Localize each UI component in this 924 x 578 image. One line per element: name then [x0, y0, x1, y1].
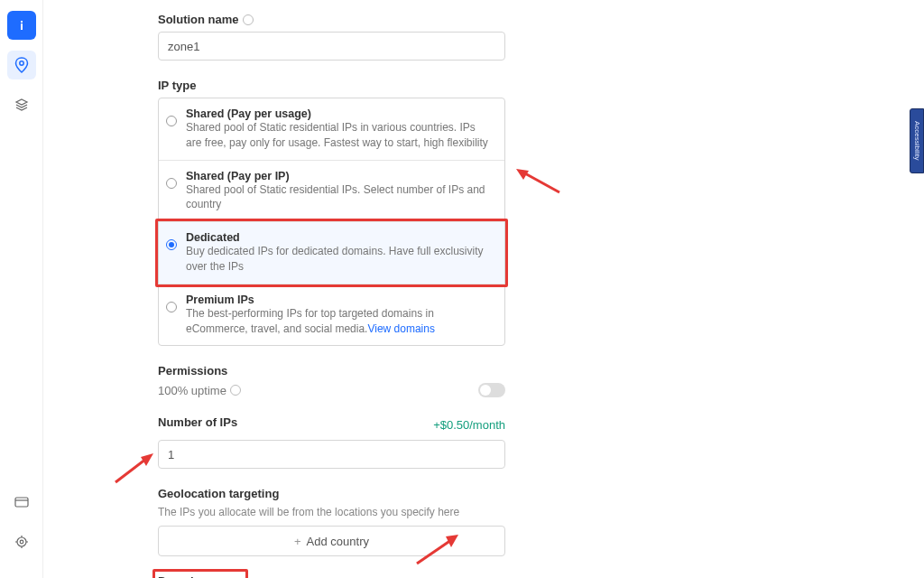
domains-label: Domains	[158, 574, 208, 578]
radio-icon	[166, 116, 177, 126]
stack-icon[interactable]	[7, 90, 36, 119]
billing-icon[interactable]	[7, 488, 36, 517]
geo-label: Geolocation targeting	[158, 487, 505, 500]
add-country-button[interactable]: + Add country	[158, 526, 505, 556]
uptime-label: 100% uptime	[158, 384, 241, 397]
permissions-label: Permissions	[158, 364, 505, 378]
svg-rect-1	[21, 23, 23, 30]
solution-name-label: Solution name	[158, 13, 505, 26]
ip-type-option-dedicated[interactable]: Dedicated Buy dedicated IPs for dedicate…	[159, 222, 504, 284]
number-ips-label: Number of IPs	[158, 415, 237, 429]
ip-type-option-shared-usage[interactable]: Shared (Pay per usage) Shared pool of St…	[159, 98, 504, 161]
radio-icon	[166, 239, 177, 250]
help-icon[interactable]	[230, 385, 241, 396]
ip-type-label: IP type	[158, 79, 505, 92]
svg-point-6	[20, 540, 23, 544]
ip-type-option-shared-ip[interactable]: Shared (Pay per IP) Shared pool of Stati…	[159, 161, 504, 223]
location-pin-icon[interactable]	[7, 51, 36, 79]
number-ips-price: +$0.50/month	[433, 418, 505, 432]
radio-icon	[166, 302, 177, 312]
sidebar	[0, 0, 43, 578]
ip-type-group: Shared (Pay per usage) Shared pool of St…	[158, 98, 505, 346]
plus-icon: +	[294, 535, 301, 548]
settings-gear-icon[interactable]	[7, 527, 36, 556]
help-icon[interactable]	[243, 14, 254, 25]
svg-marker-14	[141, 453, 153, 466]
ip-type-option-premium[interactable]: Premium IPs The best-performing IPs for …	[159, 284, 504, 346]
annotation-arrow	[114, 452, 155, 484]
accessibility-tab[interactable]: Accessibility	[910, 108, 924, 173]
annotation-arrow	[516, 167, 561, 194]
svg-line-13	[116, 459, 146, 482]
svg-point-2	[19, 61, 23, 65]
geo-desc: The IPs you allocate will be from the lo…	[158, 506, 505, 518]
main-form: Solution name IP type Shared (Pay per us…	[158, 0, 505, 578]
view-domains-link[interactable]: View domains	[367, 322, 434, 335]
svg-rect-0	[21, 21, 23, 23]
svg-rect-3	[15, 498, 28, 507]
solution-name-input[interactable]	[158, 32, 505, 61]
svg-marker-12	[516, 169, 529, 180]
svg-point-5	[17, 537, 26, 546]
number-ips-input[interactable]	[158, 440, 505, 469]
radio-icon	[166, 178, 177, 189]
info-icon[interactable]	[7, 11, 36, 40]
svg-line-11	[523, 172, 559, 192]
uptime-toggle[interactable]	[478, 383, 505, 397]
